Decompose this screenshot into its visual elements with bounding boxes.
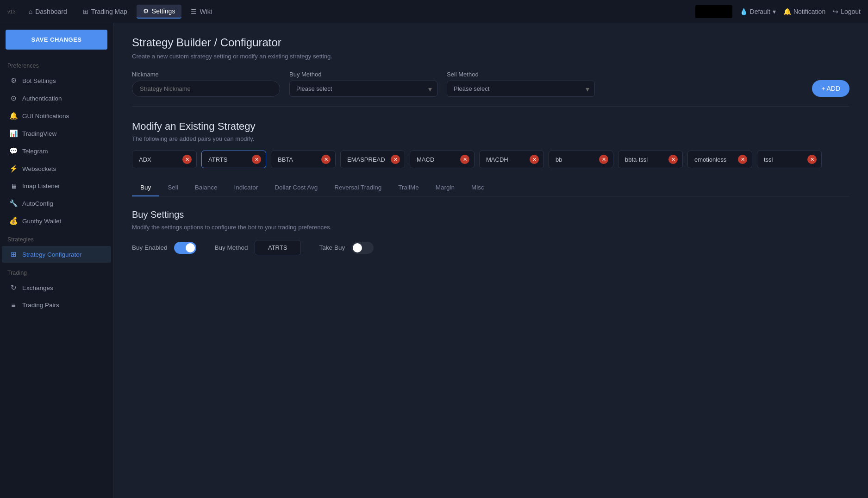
strategy-builder-title: Strategy Builder / Configurator <box>132 36 849 49</box>
tab-misc[interactable]: Misc <box>463 179 493 196</box>
tag-close-macd[interactable]: ✕ <box>460 155 469 164</box>
add-strategy-button[interactable]: + ADD <box>812 80 849 97</box>
tab-margin[interactable]: Margin <box>427 179 463 196</box>
buy-settings-row: Buy Enabled Buy Method ATRTS Take Buy <box>132 240 849 255</box>
sidebar-item-trading-pairs[interactable]: ≡ Trading Pairs <box>2 297 111 313</box>
sidebar-label-gui-notifications: GUI Notifications <box>22 113 69 120</box>
tag-close-bb[interactable]: ✕ <box>599 155 608 164</box>
home-icon: ⌂ <box>29 8 32 15</box>
bell-icon: 🔔 <box>783 8 791 15</box>
buy-method-select[interactable]: Please select <box>289 81 437 97</box>
strategy-tag-bbta[interactable]: BBTA ✕ <box>271 151 336 168</box>
nav-wiki[interactable]: ☰ Wiki <box>184 5 218 18</box>
tag-label-macdh: MACDH <box>486 156 525 163</box>
drop-icon: 💧 <box>740 8 748 15</box>
sidebar-item-autoconfig[interactable]: 🔧 AutoConfig <box>2 195 111 212</box>
sidebar-label-telegram: Telegram <box>22 148 48 155</box>
strategy-tag-bbta-tssl[interactable]: bbta-tssl ✕ <box>618 151 683 168</box>
bell-small-icon: 🔔 <box>9 112 18 120</box>
nav-dashboard[interactable]: ⌂ Dashboard <box>22 5 74 18</box>
sidebar-item-bot-settings[interactable]: ⚙ Bot Settings <box>2 72 111 89</box>
sidebar: SAVE CHANGES Preferences ⚙ Bot Settings … <box>0 23 113 498</box>
buy-method-select-wrapper: Please select <box>289 81 437 97</box>
top-nav: v13 ⌂ Dashboard ⊞ Trading Map ⚙ Settings… <box>0 0 868 23</box>
nav-settings-label: Settings <box>152 7 175 15</box>
strategy-tag-macd[interactable]: MACD ✕ <box>410 151 475 168</box>
nav-notification[interactable]: 🔔 Notification <box>783 8 825 15</box>
tag-close-adx[interactable]: ✕ <box>182 155 192 164</box>
monitor-icon: 🖥 <box>9 182 18 190</box>
buy-settings-desc: Modify the settings options to configure… <box>132 224 849 231</box>
sidebar-item-tradingview[interactable]: 📊 TradingView <box>2 125 111 142</box>
sell-method-label: Sell Method <box>447 71 595 78</box>
strategy-tabs: BuySellBalanceIndicatorDollar Cost AvgRe… <box>132 179 849 196</box>
main-content: Strategy Builder / Configurator Create a… <box>113 23 868 498</box>
nav-settings[interactable]: ⚙ Settings <box>137 5 182 19</box>
sidebar-item-gunthy-wallet[interactable]: 💰 Gunthy Wallet <box>2 213 111 229</box>
tab-dollar-cost-avg[interactable]: Dollar Cost Avg <box>266 179 326 196</box>
nav-logout[interactable]: ↪ Logout <box>833 8 861 15</box>
tab-trailme[interactable]: TrailMe <box>390 179 427 196</box>
logout-icon: ↪ <box>833 8 838 15</box>
grid-icon: ⊞ <box>83 8 88 15</box>
sidebar-label-bot-settings: Bot Settings <box>22 77 56 84</box>
sidebar-section-preferences: Preferences <box>0 56 113 72</box>
save-changes-button[interactable]: SAVE CHANGES <box>6 30 107 50</box>
tag-label-bbta: BBTA <box>278 156 317 163</box>
buy-method-label: Buy Method <box>289 71 437 78</box>
strategy-tags-container: ADX ✕ ATRTS ✕ BBTA ✕ EMASPREAD ✕ MACD ✕ … <box>132 151 849 168</box>
tag-close-macdh[interactable]: ✕ <box>530 155 539 164</box>
modify-strategy-title: Modify an Existing Strategy <box>132 120 849 132</box>
tag-close-tssl[interactable]: ✕ <box>807 155 817 164</box>
sidebar-item-telegram[interactable]: 💬 Telegram <box>2 143 111 159</box>
nav-default[interactable]: 💧 Default ▾ <box>740 8 776 15</box>
nav-logout-label: Logout <box>841 8 861 15</box>
tab-balance[interactable]: Balance <box>187 179 226 196</box>
tab-buy[interactable]: Buy <box>132 179 159 196</box>
sell-method-select-wrapper: Please select <box>447 81 595 97</box>
tab-sell[interactable]: Sell <box>159 179 187 196</box>
tab-reversal-trading[interactable]: Reversal Trading <box>326 179 390 196</box>
tag-label-tssl: tssl <box>764 156 803 163</box>
tag-close-atrts[interactable]: ✕ <box>252 155 261 164</box>
strategy-tag-bb[interactable]: bb ✕ <box>549 151 613 168</box>
sell-method-group: Sell Method Please select <box>447 71 595 97</box>
buy-enabled-toggle[interactable] <box>174 242 196 254</box>
buy-enabled-label: Buy Enabled <box>132 244 168 251</box>
nav-wiki-label: Wiki <box>200 8 212 15</box>
tag-close-emotionless[interactable]: ✕ <box>738 155 747 164</box>
nickname-label: Nickname <box>132 71 280 78</box>
tag-close-bbta-tssl[interactable]: ✕ <box>668 155 678 164</box>
strategy-tag-atrts[interactable]: ATRTS ✕ <box>201 151 266 168</box>
buy-method-group: Buy Method Please select <box>289 71 437 97</box>
modify-strategy-desc: The following are added pairs you can mo… <box>132 135 849 142</box>
section-divider <box>132 106 849 107</box>
tag-close-emaspread[interactable]: ✕ <box>391 155 400 164</box>
strategy-tag-macdh[interactable]: MACDH ✕ <box>479 151 544 168</box>
take-buy-toggle[interactable] <box>351 242 374 254</box>
tag-label-atrts: ATRTS <box>208 156 247 163</box>
sidebar-item-strategy-configurator[interactable]: ⊞ Strategy Configurator <box>2 246 111 263</box>
strategy-tag-emaspread[interactable]: EMASPREAD ✕ <box>340 151 405 168</box>
websocket-icon: ⚡ <box>9 164 18 173</box>
sidebar-item-gui-notifications[interactable]: 🔔 GUI Notifications <box>2 107 111 124</box>
sell-method-select[interactable]: Please select <box>447 81 595 97</box>
chart-icon: 📊 <box>9 129 18 138</box>
sidebar-item-exchanges[interactable]: ↻ Exchanges <box>2 279 111 296</box>
color-picker[interactable] <box>695 5 732 18</box>
nav-trading-map[interactable]: ⊞ Trading Map <box>76 5 134 18</box>
sidebar-section-strategies: Strategies <box>0 230 113 246</box>
tab-indicator[interactable]: Indicator <box>226 179 267 196</box>
strategy-tag-emotionless[interactable]: emotionless ✕ <box>687 151 752 168</box>
tag-close-bbta[interactable]: ✕ <box>321 155 331 164</box>
nickname-input[interactable] <box>132 81 280 97</box>
sidebar-item-authentication[interactable]: ⊙ Authentication <box>2 90 111 107</box>
sidebar-item-imap[interactable]: 🖥 Imap Listener <box>2 178 111 194</box>
sidebar-item-websockets[interactable]: ⚡ Websockets <box>2 160 111 177</box>
tag-label-emotionless: emotionless <box>694 156 733 163</box>
strategy-tag-tssl[interactable]: tssl ✕ <box>757 151 822 168</box>
tag-label-bb: bb <box>556 156 594 163</box>
sidebar-label-trading-pairs: Trading Pairs <box>22 302 59 309</box>
strategy-tag-adx[interactable]: ADX ✕ <box>132 151 197 168</box>
nav-trading-map-label: Trading Map <box>91 8 127 15</box>
